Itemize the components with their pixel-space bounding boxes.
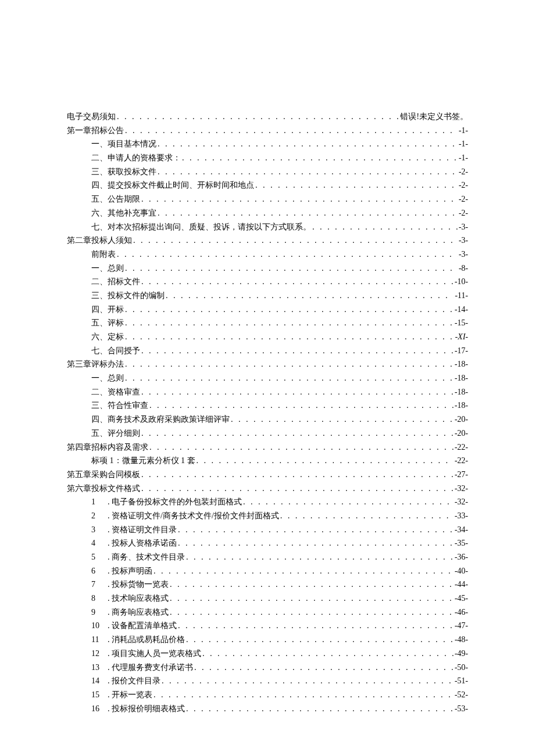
toc-leader-dots: [125, 303, 454, 316]
toc-entry-title: 8. 技术响应表格式: [91, 592, 169, 605]
toc-entry-number: 8: [91, 592, 108, 605]
toc-leader-dots: [186, 703, 454, 715]
toc-entry: 第四章招标内容及需求-22-: [67, 441, 468, 454]
toc-entry-title: 二、资格审查: [91, 386, 140, 399]
toc-entry: 一、总则-18-: [67, 372, 468, 385]
toc-leader-dots: [141, 275, 454, 288]
toc-leader-dots: [125, 358, 454, 371]
toc-entry-page: -18-: [455, 386, 468, 399]
toc-entry-title: 一、总则: [91, 262, 124, 275]
toc-entry-title: 三、投标文件的编制: [91, 289, 165, 302]
toc-leader-dots: [125, 317, 454, 329]
toc-entry: 10. 设备配置清单格式-47-: [67, 619, 468, 632]
toc-entry-page: -34-: [455, 524, 468, 536]
toc-entry-page: -1-: [459, 152, 468, 164]
toc-entry: 五、评分细则-20-: [67, 427, 468, 440]
toc-entry: 五、公告期限-2-: [67, 193, 468, 206]
toc-entry-number: 9: [91, 606, 108, 619]
toc-leader-dots: [186, 551, 454, 564]
toc-leader-dots: [197, 454, 454, 467]
toc-leader-dots: [141, 386, 454, 399]
toc-leader-dots: [117, 248, 458, 261]
toc-entry-page: -32-: [455, 482, 468, 495]
toc-entry-page: -35-: [455, 537, 468, 550]
toc-entry-page: -15-: [455, 317, 468, 329]
toc-entry-title: 五、评分细则: [91, 427, 140, 440]
toc-leader-dots: [243, 496, 454, 508]
toc-leader-dots: [149, 399, 454, 412]
toc-entry-page: -2-: [459, 179, 468, 192]
toc-leader-dots: [202, 647, 454, 660]
toc-entry: 14. 报价文件目录-51-: [67, 675, 468, 687]
toc-entry-title: 四、开标: [91, 303, 124, 316]
toc-entry-page: -20-: [455, 413, 468, 426]
toc-entry: 七、合同授予-17-: [67, 345, 468, 357]
toc-entry-page: -18-: [455, 372, 468, 385]
toc-leader-dots: [280, 510, 454, 522]
toc-entry-title: 七、对本次招标提出询问、质疑、投诉，请按以下方式联系。: [91, 221, 311, 234]
toc-entry-page: -44-: [455, 578, 468, 591]
toc-entry: 2. 资格证明文件/商务技术文件/报价文件封面格式-33-: [67, 510, 468, 522]
toc-leader-dots: [170, 606, 454, 619]
toc-entry-page: -1-: [459, 124, 468, 137]
toc-entry: 六、其他补充事宜-2-: [67, 207, 468, 220]
toc-leader-dots: [182, 152, 458, 164]
toc-entry-title: 13. 代理服务费支付承诺书: [91, 661, 193, 674]
toc-entry-title: 四、提交投标文件截止时间、开标时间和地点: [91, 179, 254, 192]
toc-entry: 三、投标文件的编制-11-: [67, 289, 468, 302]
toc-entry: 四、商务技术及政府采购政策详细评审-20-: [67, 413, 468, 426]
toc-entry-number: 6: [91, 565, 108, 578]
toc-leader-dots: [178, 537, 454, 550]
toc-leader-dots: [117, 110, 399, 123]
toc-entry-title: 16. 投标报价明细表格式: [91, 703, 185, 715]
toc-leader-dots: [141, 482, 454, 495]
toc-entry: 二、申请人的资格要求：-1-: [67, 152, 468, 164]
toc-entry-title: 五、评标: [91, 317, 124, 329]
toc-entry-title: 12. 项目实施人员一览表格式: [91, 647, 201, 660]
toc-entry-page: -40-: [455, 565, 468, 578]
toc-entry: 标项 1：微量元素分析仪 1 套-22-: [67, 454, 468, 467]
toc-entry-title: 一、总则: [91, 372, 124, 385]
toc-entry-title: 第六章投标文件格式: [67, 482, 140, 495]
toc-entry: 三、符合性审查-18-: [67, 399, 468, 412]
toc-entry-page: -1-: [459, 138, 468, 151]
toc-entry-title: 第三章评标办法: [67, 358, 124, 371]
toc-entry-page: -51-: [455, 675, 468, 687]
toc-leader-dots: [194, 661, 454, 674]
toc-entry: 四、开标-14-: [67, 303, 468, 316]
toc-entry-page: -2-: [459, 193, 468, 206]
toc-entry-number: 2: [91, 510, 108, 522]
toc-leader-dots: [125, 331, 454, 343]
toc-entry: 15. 开标一览表-52-: [67, 689, 468, 701]
toc-leader-dots: [178, 619, 454, 632]
toc-entry-page: -45-: [455, 592, 468, 605]
toc-entry-title: 标项 1：微量元素分析仪 1 套: [91, 454, 195, 467]
toc-entry-page: -20-: [455, 427, 468, 440]
toc-entry-title: 四、商务技术及政府采购政策详细评审: [91, 413, 230, 426]
toc-entry: 16. 投标报价明细表格式-53-: [67, 703, 468, 715]
toc-entry-number: 7: [91, 578, 108, 591]
toc-entry: 二、资格审查-18-: [67, 386, 468, 399]
toc-entry-page: -3-: [459, 221, 468, 234]
toc-entry-page: -10-: [455, 275, 468, 288]
toc-entry-page: -3-: [459, 248, 468, 261]
toc-entry-page: -18-: [455, 358, 468, 371]
toc-entry: 5. 商务、技术文件目录-36-: [67, 551, 468, 564]
toc-entry-page: -52-: [455, 689, 468, 701]
toc-entry: 第五章采购合同模板-27-: [67, 468, 468, 481]
toc-leader-dots: [133, 234, 458, 247]
toc-entry-number: 1: [91, 496, 108, 508]
toc-entry-title: 三、符合性审查: [91, 399, 148, 412]
toc-leader-dots: [125, 372, 454, 385]
toc-entry-page: -22-: [455, 454, 468, 467]
toc-leader-dots: [125, 262, 458, 275]
toc-entry-title: 15. 开标一览表: [91, 689, 152, 701]
toc-entry-number: 14: [91, 675, 108, 687]
toc-leader-dots: [231, 413, 454, 426]
toc-entry: 1. 电子备份投标文件的外包装封面格式-32-: [67, 496, 468, 508]
toc-entry-title: 前附表: [91, 248, 116, 261]
toc-entry-page: -8-: [459, 262, 468, 275]
toc-entry-title: 六、定标: [91, 331, 124, 343]
toc-entry-page: -48-: [455, 633, 468, 646]
toc-entry-page: -27-: [455, 468, 468, 481]
